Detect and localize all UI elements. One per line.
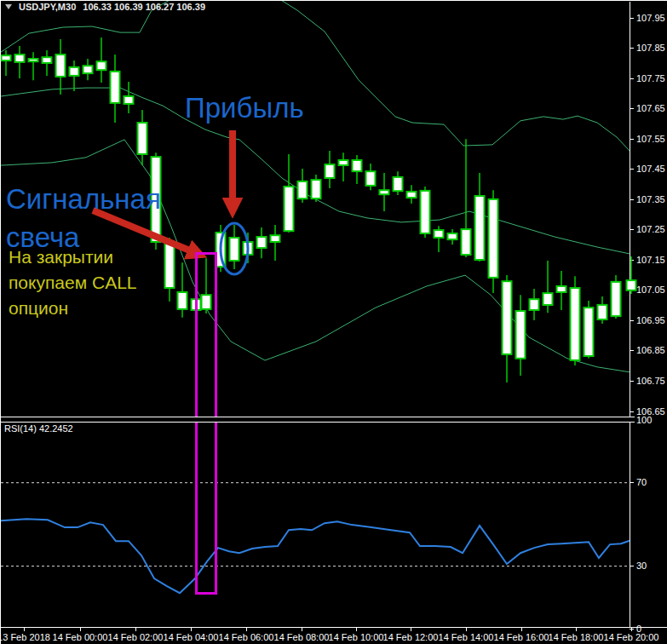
pane-separator[interactable] bbox=[1, 417, 635, 423]
candle-body bbox=[2, 55, 11, 60]
candle-body bbox=[489, 199, 498, 278]
candle-body bbox=[15, 55, 25, 62]
candle-body bbox=[475, 196, 485, 260]
time-axis-label: 14 Feb 14:00 bbox=[439, 632, 494, 642]
candle-body bbox=[285, 187, 294, 231]
candle-body bbox=[56, 55, 66, 77]
price-axis-label: 107.85 bbox=[636, 43, 665, 53]
price-axis-label: 106.95 bbox=[636, 315, 665, 325]
time-tick bbox=[246, 628, 247, 631]
price-axis-label: 107.65 bbox=[636, 103, 665, 113]
price-tick bbox=[630, 108, 634, 109]
time-axis-label: 13 Feb 2018 bbox=[0, 632, 50, 642]
candle-body bbox=[178, 292, 187, 309]
candle-body bbox=[244, 242, 253, 255]
price-tick bbox=[630, 169, 634, 170]
candle-body bbox=[584, 308, 594, 356]
candle-body bbox=[124, 96, 134, 104]
rsi-indicator-label: RSI(14) 42.2452 bbox=[4, 423, 73, 434]
candle-body bbox=[503, 281, 512, 354]
price-tick bbox=[630, 411, 634, 412]
time-tick bbox=[80, 628, 81, 631]
candle-body bbox=[271, 235, 280, 242]
time-axis-label: 14 Feb 04:00 bbox=[164, 632, 219, 642]
price-axis-label: 106.85 bbox=[636, 345, 665, 355]
rsi-indicator-pane[interactable] bbox=[1, 421, 637, 629]
candle-body bbox=[298, 181, 308, 198]
price-tick bbox=[630, 229, 634, 230]
candle-body bbox=[230, 238, 239, 261]
price-tick bbox=[630, 18, 634, 19]
rsi-line bbox=[1, 519, 630, 593]
candle-body bbox=[29, 59, 38, 61]
price-tick bbox=[630, 381, 634, 382]
candle-body bbox=[571, 288, 580, 360]
price-tick bbox=[630, 320, 634, 321]
candle-body bbox=[138, 123, 147, 154]
rsi-tick bbox=[630, 629, 634, 630]
price-tick bbox=[630, 78, 634, 79]
time-axis-label: 14 Feb 16:00 bbox=[494, 632, 549, 642]
rsi-axis-label: 0 bbox=[636, 624, 641, 634]
candle-body bbox=[543, 293, 553, 305]
rsi-axis-label: 30 bbox=[636, 561, 647, 571]
candle-body bbox=[407, 192, 417, 198]
price-axis-label: 107.25 bbox=[636, 224, 665, 234]
price-tick bbox=[630, 139, 634, 140]
candle-body bbox=[97, 61, 106, 70]
time-tick bbox=[24, 628, 25, 631]
rsi-tick bbox=[630, 566, 634, 566]
time-tick bbox=[302, 628, 302, 631]
time-tick bbox=[576, 628, 577, 631]
price-axis-label: 107.45 bbox=[636, 164, 665, 174]
candle-body bbox=[462, 229, 471, 255]
time-axis-label: 14 Feb 20:00 bbox=[604, 632, 659, 642]
rsi-axis-label: 100 bbox=[636, 415, 652, 425]
price-axis-label: 107.35 bbox=[636, 194, 665, 204]
candle-body bbox=[530, 299, 539, 310]
price-axis-label: 107.05 bbox=[636, 285, 665, 295]
candle-body bbox=[111, 72, 120, 103]
call-option-note: На закрытии покупаем CALL опцион bbox=[9, 244, 170, 321]
price-axis-label: 107.95 bbox=[636, 13, 665, 23]
time-axis-label: 14 Feb 06:00 bbox=[219, 632, 274, 642]
candle-body bbox=[516, 311, 526, 359]
time-axis-label: 14 Feb 10:00 bbox=[329, 632, 384, 642]
price-axis-label: 107.75 bbox=[636, 73, 665, 83]
time-tick bbox=[411, 628, 411, 631]
candle-body bbox=[612, 282, 621, 316]
profit-annotation: Прибыль bbox=[185, 89, 304, 127]
chart-dropdown-icon[interactable] bbox=[5, 4, 12, 9]
price-tick bbox=[630, 48, 634, 49]
time-tick bbox=[191, 628, 192, 631]
time-tick bbox=[356, 628, 357, 631]
time-axis-label: 14 Feb 00:00 bbox=[53, 632, 108, 642]
symbol-timeframe-label: USDJPY,M30 bbox=[19, 2, 76, 12]
candle-body bbox=[366, 171, 376, 186]
candle-body bbox=[312, 180, 321, 198]
time-axis-label: 14 Feb 08:00 bbox=[274, 632, 330, 642]
candle-body bbox=[380, 190, 389, 194]
chart-window: USDJPY,M30 106.33 106.39 106.27 106.39 1… bbox=[0, 0, 667, 644]
bollinger-band-upper bbox=[1, 1, 630, 151]
candle-body bbox=[83, 66, 93, 73]
candle-body bbox=[353, 160, 362, 171]
candle-body bbox=[434, 230, 444, 238]
candle-body bbox=[448, 233, 457, 239]
chart-title-bar: USDJPY,M30 106.33 106.39 106.27 106.39 bbox=[5, 2, 205, 12]
price-axis-line bbox=[630, 2, 630, 627]
price-axis-label: 107.15 bbox=[636, 255, 665, 265]
candle-body bbox=[394, 177, 403, 191]
time-axis-label: 14 Feb 18:00 bbox=[549, 632, 604, 642]
candle-body bbox=[325, 164, 335, 178]
candle-body bbox=[421, 191, 430, 233]
rsi-tick bbox=[630, 482, 634, 483]
time-axis-label: 14 Feb 12:00 bbox=[383, 632, 439, 642]
price-tick bbox=[630, 350, 634, 351]
time-tick bbox=[466, 628, 467, 631]
candle-body bbox=[43, 57, 52, 63]
time-axis-label: 14 Feb 02:00 bbox=[108, 632, 164, 642]
candle-body bbox=[257, 237, 267, 248]
time-tick bbox=[521, 628, 522, 631]
rsi-axis-label: 70 bbox=[636, 477, 647, 487]
